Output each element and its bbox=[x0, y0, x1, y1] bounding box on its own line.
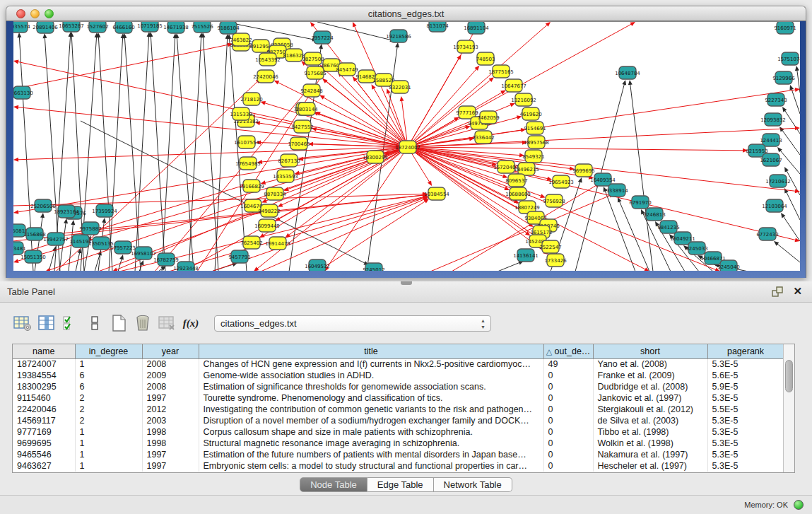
table-row[interactable]: 911546021997Tourette syndrome. Phenomeno… bbox=[13, 392, 784, 404]
table-row[interactable]: 1872400712008Changes of HCN gene express… bbox=[13, 358, 784, 370]
table-scrollbar[interactable] bbox=[783, 344, 794, 472]
tab-network-table[interactable]: Network Table bbox=[434, 477, 512, 492]
graph-node[interactable]: 9245012 bbox=[363, 263, 384, 271]
graph-node[interactable]: 9227343 bbox=[765, 93, 787, 106]
delete-column-icon[interactable] bbox=[132, 313, 153, 334]
table-row[interactable]: 1830029562008Estimation of significance … bbox=[13, 381, 784, 392]
minimize-window-button[interactable] bbox=[30, 9, 40, 18]
graph-node[interactable]: 8131074 bbox=[426, 22, 449, 32]
graph-node[interactable]: 10647677 bbox=[501, 79, 526, 92]
graph-node[interactable]: 9313481 bbox=[13, 242, 26, 255]
column-header-out_degree[interactable]: △ out_de… bbox=[543, 344, 593, 358]
tab-node-table[interactable]: Node Table bbox=[300, 477, 367, 492]
graph-node[interactable]: 1700465 bbox=[288, 137, 310, 150]
graph-node[interactable]: 25206506 bbox=[30, 199, 56, 212]
column-header-short[interactable]: short bbox=[593, 344, 707, 358]
graph-node[interactable]: 10648784 bbox=[615, 66, 640, 79]
graph-node[interactable]: 9186104 bbox=[217, 22, 240, 34]
graph-node[interactable]: 9699695 bbox=[572, 164, 594, 177]
graph-node[interactable]: 17210612 bbox=[765, 175, 791, 187]
graph-node[interactable]: 19734193 bbox=[453, 40, 478, 53]
graph-node[interactable]: 16914479 bbox=[265, 237, 290, 250]
graph-node[interactable]: 6791970 bbox=[629, 196, 651, 209]
table-row[interactable]: 946362711997Embryonic stem cells: a mode… bbox=[13, 460, 784, 472]
new-column-icon[interactable] bbox=[108, 313, 129, 334]
graph-node[interactable]: 9841235 bbox=[657, 221, 679, 233]
graph-node[interactable]: 7625402 bbox=[240, 236, 262, 249]
float-panel-icon[interactable] bbox=[771, 286, 784, 298]
graph-node[interactable]: 1621067 bbox=[760, 153, 782, 166]
column-chooser-icon[interactable] bbox=[84, 313, 105, 334]
graph-node[interactable]: 9245040 bbox=[717, 260, 739, 271]
graph-node[interactable]: 7515526 bbox=[191, 22, 213, 33]
graph-node[interactable]: 12923448 bbox=[173, 262, 199, 271]
network-canvas[interactable]: 4035574208914061065328715276026466160107… bbox=[13, 21, 800, 271]
graph-node[interactable]: 1156868 bbox=[23, 228, 45, 240]
graph-node[interactable]: 9498222 bbox=[258, 204, 280, 217]
column-header-name[interactable]: name bbox=[13, 344, 75, 358]
graph-node[interactable]: 8878334 bbox=[264, 187, 286, 200]
graph-node[interactable]: 2803144 bbox=[295, 103, 318, 115]
graph-node[interactable]: 16107554 bbox=[234, 136, 259, 148]
graph-node[interactable]: 748503 bbox=[476, 52, 495, 65]
graph-node[interactable]: 9154691 bbox=[524, 122, 546, 134]
column-header-title[interactable]: title bbox=[199, 344, 543, 358]
graph-node[interactable]: 10653287 bbox=[59, 22, 84, 32]
zoom-window-button[interactable] bbox=[45, 9, 54, 18]
graph-node[interactable]: 16782759 bbox=[153, 253, 179, 266]
graph-node[interactable]: 9160971 bbox=[774, 22, 796, 34]
function-builder-icon[interactable]: f(x) bbox=[180, 313, 201, 334]
citation-network-graph[interactable]: 4035574208914061065328715276026466160107… bbox=[13, 22, 800, 271]
close-window-button[interactable] bbox=[16, 9, 25, 18]
graph-node[interactable]: 18775165 bbox=[488, 65, 514, 78]
graph-node[interactable]: 13216092 bbox=[511, 93, 536, 106]
table-scrollbar-thumb[interactable] bbox=[785, 360, 793, 392]
graph-node[interactable]: 8267130 bbox=[278, 154, 300, 167]
column-header-in_degree[interactable]: in_degree bbox=[75, 344, 142, 358]
graph-node[interactable]: 16049532 bbox=[305, 259, 330, 271]
graph-node[interactable]: 8322031 bbox=[389, 81, 411, 93]
graph-node[interactable]: 8427552 bbox=[291, 120, 313, 133]
graph-node[interactable]: 8096537 bbox=[505, 174, 527, 187]
column-header-year[interactable]: year bbox=[142, 344, 199, 358]
graph-node[interactable]: 9457791 bbox=[228, 250, 250, 263]
graph-node[interactable]: 18957568 bbox=[524, 136, 549, 148]
table-select-dropdown[interactable]: citations_edges.txt ▲▼ bbox=[214, 315, 491, 332]
table-row[interactable]: 1938455462009Genome-wide association stu… bbox=[13, 370, 784, 381]
graph-node[interactable]: 15751074 bbox=[777, 52, 800, 65]
graph-node[interactable]: 9129966 bbox=[772, 71, 795, 84]
graph-node[interactable]: 19218586 bbox=[386, 30, 411, 42]
graph-node[interactable]: 14671938 bbox=[163, 22, 189, 33]
graph-node[interactable]: 1733426 bbox=[544, 254, 567, 267]
graph-node[interactable]: 4035574 bbox=[13, 22, 30, 33]
graph-node[interactable]: 1527602 bbox=[86, 22, 108, 33]
graph-node[interactable]: 14136141 bbox=[513, 249, 539, 262]
graph-node[interactable]: 9246813 bbox=[643, 208, 665, 221]
graph-node[interactable]: 2663130 bbox=[13, 86, 33, 99]
table-row[interactable]: 946554611997Estimation of the future num… bbox=[13, 449, 784, 460]
graph-node[interactable]: 9756928 bbox=[543, 194, 565, 207]
graph-node[interactable]: 8454749 bbox=[336, 63, 358, 76]
graph-node[interactable]: 7957224 bbox=[311, 31, 334, 44]
graph-node[interactable]: 16891104 bbox=[464, 22, 489, 34]
table-row[interactable]: 1456911722003Disruption of a novel membe… bbox=[13, 415, 784, 426]
graph-node[interactable]: 6466160 bbox=[112, 22, 134, 33]
graph-node[interactable]: 9242848 bbox=[300, 84, 322, 97]
graph-node[interactable]: 2718120 bbox=[240, 93, 262, 105]
column-visibility-icon[interactable] bbox=[36, 313, 57, 334]
graph-node[interactable]: 12093832 bbox=[760, 113, 786, 126]
table-row[interactable]: 977716911998Corpus callosum shape and si… bbox=[13, 426, 784, 438]
graph-node[interactable]: 4619620 bbox=[519, 107, 541, 120]
table-row[interactable]: 969969511998Structural magnetic resonanc… bbox=[13, 438, 784, 449]
graph-node[interactable]: 19384554 bbox=[424, 187, 449, 200]
graph-node[interactable]: 12103064 bbox=[762, 199, 787, 212]
graph-node[interactable]: 7463822 bbox=[230, 33, 252, 46]
graph-node[interactable]: 1315330 bbox=[230, 107, 252, 120]
network-window-titlebar[interactable]: citations_edges.txt bbox=[6, 6, 806, 21]
graph-node[interactable]: 20891406 bbox=[33, 22, 58, 33]
row-select-checks-icon[interactable] bbox=[60, 313, 81, 334]
graph-node[interactable]: 17359924 bbox=[92, 204, 117, 217]
panel-drag-handle[interactable] bbox=[401, 281, 412, 285]
table-settings-icon[interactable] bbox=[12, 313, 33, 334]
graph-node[interactable]: 9338914 bbox=[606, 184, 628, 197]
